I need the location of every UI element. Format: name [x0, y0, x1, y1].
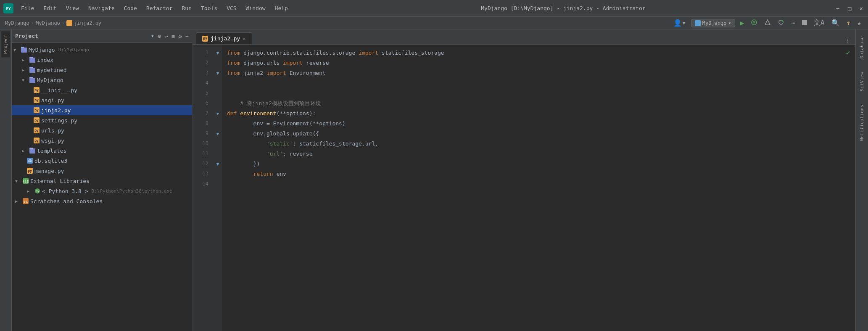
tree-init[interactable]: py __init__.py [12, 85, 192, 95]
tree-templates[interactable]: ▶ templates [12, 146, 192, 156]
mydefined-folder-icon [29, 67, 35, 73]
profile-button[interactable] [762, 18, 773, 28]
panel-add-icon[interactable]: ⊕ [158, 33, 161, 40]
index-folder-icon [29, 57, 35, 63]
root-name: MyDjango [29, 47, 55, 53]
code-line-1: from django.contrib.staticfiles.storage … [225, 48, 855, 58]
more-actions-button[interactable]: ⋯ [789, 18, 797, 28]
jinja2-name: jinja2.py [41, 107, 71, 114]
tree-index[interactable]: ▶ index [12, 55, 192, 65]
side-panel-right: Database SciView Notifications [855, 29, 868, 331]
svg-text:sc: sc [24, 199, 28, 204]
tree-manage[interactable]: py manage.py [12, 166, 192, 176]
scratches-icon: sc [23, 198, 29, 204]
l11-indent [227, 150, 266, 159]
tree-mydjango-folder[interactable]: ▼ MyDjango [12, 75, 192, 85]
side-tab-project[interactable]: Project [1, 31, 10, 57]
tree-wsgi[interactable]: py wsgi.py [12, 135, 192, 146]
new-button[interactable]: ★ [855, 18, 863, 28]
line-num-9: 9 [193, 129, 214, 139]
menu-view[interactable]: View [62, 3, 83, 13]
stop-button[interactable] [800, 18, 809, 28]
menu-refactor[interactable]: Refactor [142, 3, 177, 13]
menu-help[interactable]: Help [271, 3, 292, 13]
code-line-13: return env [225, 169, 855, 179]
breadcrumb-mydjango2[interactable]: MyDjango [36, 20, 60, 26]
breadcrumb-mydjango1[interactable]: MyDjango [5, 20, 29, 26]
mydjango-folder-name: MyDjango [37, 77, 63, 83]
window-controls: − □ ✕ [834, 5, 865, 12]
update-button[interactable]: ↑ [845, 18, 852, 28]
breadcrumb-file[interactable]: jinja2.py [66, 20, 101, 26]
panel-close-icon[interactable]: − [185, 33, 189, 40]
minimize-button[interactable]: − [834, 5, 841, 12]
fold-9[interactable]: ▼ [214, 129, 222, 139]
menu-edit[interactable]: Edit [39, 3, 61, 13]
fold-1[interactable]: ▼ [214, 48, 222, 58]
tree-scratches[interactable]: ▶ sc Scratches and Consoles [12, 196, 192, 206]
tree-root[interactable]: ▼ MyDjango D:\MyDjango [12, 45, 192, 55]
tree-jinja2[interactable]: py jinja2.py [12, 105, 192, 115]
panel-collapse-icon[interactable]: ⇔ [164, 33, 168, 40]
fold-12[interactable]: ▼ [214, 159, 222, 169]
urls-name: urls.py [41, 127, 64, 134]
menu-run[interactable]: Run [178, 3, 196, 13]
l7-funcname: environment [240, 109, 276, 118]
python38-icon: py [34, 188, 40, 194]
menu-vcs[interactable]: VCS [222, 3, 240, 13]
tree-settings[interactable]: py settings.py [12, 115, 192, 125]
tree-python38[interactable]: ▶ py < Python 3.8 > D:\Python\Python38\p… [12, 186, 192, 196]
init-py-icon: py [34, 87, 40, 93]
l1-from: from [227, 49, 240, 58]
tree-asgi[interactable]: py asgi.py [12, 95, 192, 105]
line-num-2: 2 [193, 58, 214, 68]
l3-import: import [266, 69, 286, 78]
jinja2-py-icon: py [34, 107, 40, 113]
side-tab-sciview[interactable]: SciView [857, 67, 866, 96]
translate-button[interactable]: 文A [812, 18, 826, 28]
scratches-arrow: ▶ [15, 199, 18, 204]
search-button[interactable]: 🔍 [830, 18, 842, 28]
svg-rect-12 [29, 78, 35, 83]
db-name: db.sqlite3 [34, 158, 67, 164]
tab-close-button[interactable]: ✕ [243, 36, 245, 42]
panel-settings-icon[interactable]: ⚙ [178, 33, 182, 40]
editor-area: py jinja2.py ✕ ⋮ 1 2 3 4 5 6 7 8 9 10 11… [193, 29, 855, 331]
maximize-button[interactable]: □ [846, 5, 853, 12]
root-folder-icon [21, 47, 27, 53]
code-line-3: from jinja2 import Environment [225, 68, 855, 78]
code-content[interactable]: from django.contrib.staticfiles.storage … [222, 45, 855, 331]
tree-db[interactable]: db db.sqlite3 [12, 156, 192, 166]
svg-rect-2 [695, 20, 701, 26]
tree-urls[interactable]: py urls.py [12, 125, 192, 135]
side-tab-notifications[interactable]: Notifications [857, 100, 866, 146]
breadcrumb-sep-2: › [62, 20, 65, 26]
debug-button[interactable] [749, 18, 759, 28]
line-num-7: 7 [193, 109, 214, 119]
line-num-13: 13 [193, 169, 214, 179]
breadcrumb-sep-1: › [31, 20, 34, 26]
tab-more-button[interactable]: ⋮ [843, 37, 852, 44]
run-button[interactable]: ▶ [739, 18, 746, 28]
panel-more-icon[interactable]: ≡ [171, 33, 175, 40]
panel-dropdown[interactable]: ▾ [151, 33, 154, 39]
menu-file[interactable]: File [17, 3, 38, 13]
l2-module: django.urls [240, 59, 283, 68]
fold-2 [214, 58, 222, 68]
close-button[interactable]: ✕ [858, 5, 865, 12]
menu-window[interactable]: Window [242, 3, 270, 13]
editor-tab-jinja2[interactable]: py jinja2.py ✕ [196, 32, 252, 44]
menu-tools[interactable]: Tools [197, 3, 222, 13]
menu-navigate[interactable]: Navigate [84, 3, 119, 13]
coverage-button[interactable] [776, 18, 786, 28]
menu-code[interactable]: Code [120, 3, 141, 13]
project-dropdown[interactable]: MyDjango ▾ [691, 19, 735, 27]
fold-3[interactable]: ▼ [214, 68, 222, 78]
breadcrumb-bar: MyDjango › MyDjango › jinja2.py 👤▾ MyDja… [0, 17, 868, 29]
tree-ext-libs[interactable]: ▼ lib External Libraries [12, 176, 192, 186]
user-icon[interactable]: 👤▾ [672, 18, 688, 28]
tree-mydefined[interactable]: ▶ mydefined [12, 65, 192, 75]
fold-7[interactable]: ▼ [214, 109, 222, 119]
side-tab-database[interactable]: Database [857, 31, 866, 64]
tree-area: ▼ MyDjango D:\MyDjango ▶ index ▶ mydefin… [12, 43, 192, 331]
